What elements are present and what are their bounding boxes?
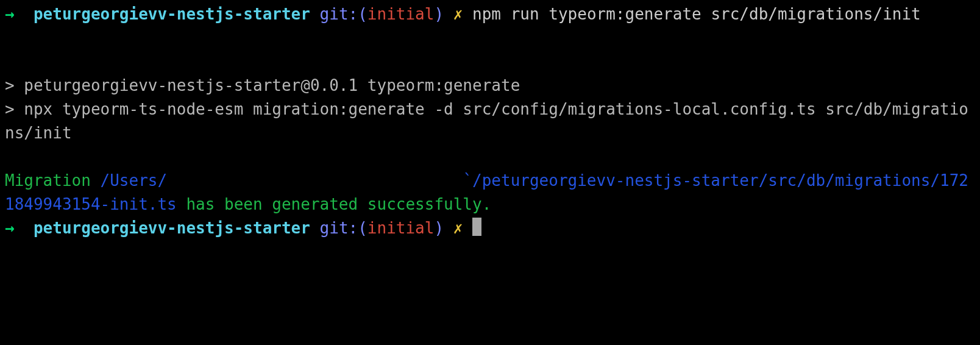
migration-result: Migration /Users/ `/peturgeorgievv-nestj… xyxy=(5,169,975,216)
prompt-line-1: → peturgeorgievv-nestjs-starter git:(ini… xyxy=(5,2,975,26)
current-directory: peturgeorgievv-nestjs-starter xyxy=(34,219,310,237)
prompt-arrow-icon: → xyxy=(5,219,34,237)
dirty-indicator-icon: ✗ xyxy=(444,219,472,237)
dirty-indicator-icon: ✗ xyxy=(444,5,472,23)
prompt-arrow-icon: → xyxy=(5,5,34,23)
result-suffix: has been generated successfully. xyxy=(177,195,492,213)
git-branch: initial xyxy=(367,219,435,237)
npm-output-command: > npx typeorm-ts-node-esm migration:gene… xyxy=(5,98,975,145)
result-path-redacted: ` xyxy=(167,171,472,190)
command-text: npm run typeorm:generate src/db/migratio… xyxy=(472,5,921,23)
cursor-icon[interactable] xyxy=(472,218,481,236)
current-directory: peturgeorgievv-nestjs-starter xyxy=(34,5,310,23)
git-close: ) xyxy=(434,5,444,23)
blank-line xyxy=(5,26,975,50)
result-path-users: /Users/ xyxy=(101,171,168,190)
git-close: ) xyxy=(434,219,444,237)
result-prefix: Migration xyxy=(5,171,101,190)
git-branch: initial xyxy=(367,5,435,23)
npm-output-header: > peturgeorgievv-nestjs-starter@0.0.1 ty… xyxy=(5,74,975,98)
prompt-line-2: → peturgeorgievv-nestjs-starter git:(ini… xyxy=(5,216,975,240)
blank-line xyxy=(5,50,975,74)
git-label: git:( xyxy=(310,5,367,23)
terminal[interactable]: → peturgeorgievv-nestjs-starter git:(ini… xyxy=(5,2,975,240)
blank-line xyxy=(5,145,975,169)
git-label: git:( xyxy=(310,219,367,237)
